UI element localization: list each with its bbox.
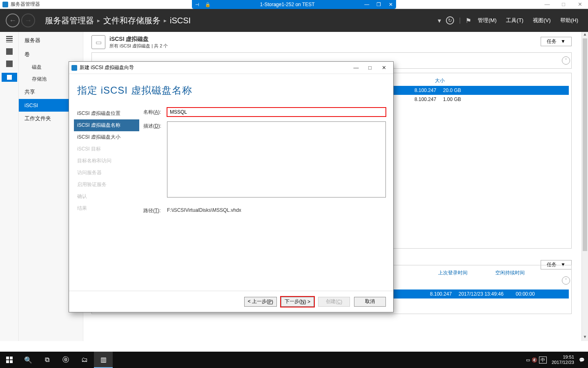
chevron-right-icon: ▸ <box>97 17 100 24</box>
wizard-minimize-button[interactable]: — <box>349 65 363 71</box>
rdp-close-button[interactable]: ✕ <box>385 2 396 7</box>
tray-network-icon[interactable]: ▭ <box>526 357 530 363</box>
rdp-connection-bar[interactable]: ⊣ 🔒 1-Storage1-252 on TEST — ❐ ✕ <box>192 0 396 9</box>
wizard-title: 新建 iSCSI 虚拟磁盘向导 <box>80 64 134 71</box>
search-icon[interactable]: 🔍 <box>19 352 38 368</box>
action-center-icon[interactable]: 💬 <box>579 357 585 363</box>
name-label: 名称(A): <box>143 108 167 117</box>
next-button[interactable]: 下一步(N) > <box>281 297 314 307</box>
lock-icon: 🔒 <box>203 2 213 7</box>
menu-manage[interactable]: 管理(M) <box>478 17 497 23</box>
scroll-up-icon[interactable]: ▲ <box>582 32 588 38</box>
cell-size: 20.0 GB <box>443 88 468 93</box>
svg-rect-2 <box>6 360 9 363</box>
taskbar-clock[interactable]: 19:51 2017/12/23 <box>548 355 577 365</box>
pin-icon[interactable]: ⊣ <box>192 2 203 7</box>
menu-help[interactable]: 帮助(H) <box>560 17 578 23</box>
col-idle[interactable]: 空闲持续时间 <box>495 269 540 276</box>
forward-button[interactable]: → <box>21 13 35 27</box>
collapse-toggle[interactable]: ˇ <box>562 56 570 65</box>
host-minimize-button[interactable]: — <box>539 0 555 9</box>
disk-name-input[interactable] <box>167 108 386 117</box>
nav-servers[interactable]: 服务器 <box>19 34 83 47</box>
refresh-icon[interactable]: ↻ <box>446 16 454 25</box>
wizard-titlebar[interactable]: 新建 iSCSI 虚拟磁盘向导 — □ ✕ <box>69 62 393 74</box>
cell-idle: 00:00:00 <box>516 291 561 297</box>
menu-tools[interactable]: 工具(T) <box>506 17 523 23</box>
cell-login: 2017/12/23 13:49:46 <box>459 291 516 297</box>
cell-ip: 8.100.247 <box>430 291 459 297</box>
taskbar-explorer-icon[interactable]: 🗂 <box>75 352 94 368</box>
breadcrumb: 服务器管理器 ▸ 文件和存储服务 ▸ iSCSI <box>45 15 191 26</box>
start-button[interactable] <box>0 352 19 368</box>
wizard-heading: 指定 iSCSI 虚拟磁盘名称 <box>69 74 393 108</box>
back-button[interactable]: ← <box>6 13 20 27</box>
step-target: iSCSI 目标 <box>74 143 139 155</box>
wizard-form: 名称(A): 描述(D): 路径(T): F:\iSCSIVirtualDisk… <box>139 108 393 300</box>
tray-ime-icon[interactable]: 中 <box>539 357 547 364</box>
step-name[interactable]: iSCSI 虚拟磁盘名称 <box>74 119 139 131</box>
crumb-leaf[interactable]: iSCSI <box>170 16 191 25</box>
step-location[interactable]: iSCSI 虚拟磁盘位置 <box>74 108 139 119</box>
scroll-down-icon[interactable]: ▼ <box>582 334 588 341</box>
left-rail <box>0 32 19 341</box>
header-menus: 管理(M) 工具(T) 视图(V) 帮助(H) <box>474 17 582 24</box>
wizard-steps: iSCSI 虚拟磁盘位置 iSCSI 虚拟磁盘名称 iSCSI 虚拟磁盘大小 i… <box>69 108 139 300</box>
task-view-icon[interactable]: ⧉ <box>38 352 56 368</box>
tasks-label: 任务 <box>547 38 557 44</box>
clock-time: 19:51 <box>552 355 574 360</box>
prev-button[interactable]: < 上一步(P) <box>244 297 277 307</box>
rdp-minimize-button[interactable]: — <box>361 2 372 7</box>
step-size[interactable]: iSCSI 虚拟磁盘大小 <box>74 131 139 143</box>
host-maximize-button[interactable]: □ <box>555 0 572 9</box>
col-size[interactable]: 大小 <box>435 77 459 84</box>
dropdown-icon[interactable]: ▾ <box>438 17 441 25</box>
crumb-root[interactable]: 服务器管理器 <box>45 15 94 26</box>
svg-rect-0 <box>6 357 9 359</box>
cancel-button[interactable]: 取消 <box>354 297 386 307</box>
create-button: 创建(C) <box>318 297 350 307</box>
host-close-button[interactable]: ✕ <box>572 0 588 9</box>
nav-volumes[interactable]: 卷 <box>19 47 83 61</box>
rail-file-services-icon[interactable] <box>2 73 17 82</box>
cell-ip: 8.100.247 <box>414 88 443 93</box>
svg-rect-1 <box>10 357 13 359</box>
system-tray[interactable]: ▭ 🔇 中 19:51 2017/12/23 💬 <box>526 355 588 365</box>
wizard-maximize-button[interactable]: □ <box>363 65 377 71</box>
rdp-restore-button[interactable]: ❐ <box>374 2 384 7</box>
rail-all-servers-icon[interactable] <box>6 61 13 67</box>
tasks-dropdown[interactable]: 任务▼ <box>541 37 572 46</box>
wizard-close-button[interactable]: ✕ <box>377 65 391 71</box>
desc-label: 描述(D): <box>143 121 167 197</box>
cell-ip: 8.100.247 <box>414 96 443 102</box>
rail-dashboard-icon[interactable] <box>6 36 13 43</box>
separator: | <box>459 17 461 24</box>
disk-path-value: F:\iSCSIVirtualDisks\MSSQL.vhdx <box>167 207 241 214</box>
disk-desc-input[interactable] <box>167 121 386 197</box>
taskbar-ie-icon[interactable]: ⓔ <box>56 352 75 368</box>
tray-volume-icon[interactable]: 🔇 <box>532 357 537 363</box>
header-bar: ← → 服务器管理器 ▸ 文件和存储服务 ▸ iSCSI ▾ ↻ | ⚑ 管理(… <box>0 9 588 32</box>
section-subtitle: 所有 iSCSI 虚拟磁盘 | 共 2 个 <box>109 43 168 49</box>
step-access-servers: 访问服务器 <box>74 167 139 179</box>
taskbar-servermanager-icon[interactable]: ▥ <box>94 352 113 368</box>
menu-view[interactable]: 视图(V) <box>533 17 550 23</box>
disk-icon: ▭ <box>91 35 105 49</box>
step-target-name-access: 目标名称和访问 <box>74 155 139 167</box>
step-auth: 启用验证服务 <box>74 179 139 191</box>
taskbar: 🔍 ⧉ ⓔ 🗂 ▥ ▭ 🔇 中 19:51 2017/12/23 💬 <box>0 352 588 368</box>
scroll-thumb[interactable] <box>583 38 587 251</box>
vertical-scrollbar[interactable]: ▲ ▼ <box>581 32 588 341</box>
section-header: ▭ iSCSI 虚拟磁盘 所有 iSCSI 虚拟磁盘 | 共 2 个 <box>83 32 580 50</box>
flag-icon[interactable]: ⚑ <box>466 17 471 25</box>
chevron-down-icon: ▼ <box>561 38 566 44</box>
path-label: 路径(T): <box>143 207 167 214</box>
col-last-login[interactable]: 上次登录时间 <box>438 269 495 276</box>
svg-rect-3 <box>10 360 13 363</box>
rail-local-server-icon[interactable] <box>6 48 13 55</box>
host-window-controls: — □ ✕ <box>539 0 588 9</box>
new-iscsi-wizard: 新建 iSCSI 虚拟磁盘向导 — □ ✕ 指定 iSCSI 虚拟磁盘名称 iS… <box>69 61 394 312</box>
wizard-icon <box>71 65 77 71</box>
crumb-service[interactable]: 文件和存储服务 <box>103 15 160 26</box>
app-title: 服务器管理器 <box>11 1 40 8</box>
